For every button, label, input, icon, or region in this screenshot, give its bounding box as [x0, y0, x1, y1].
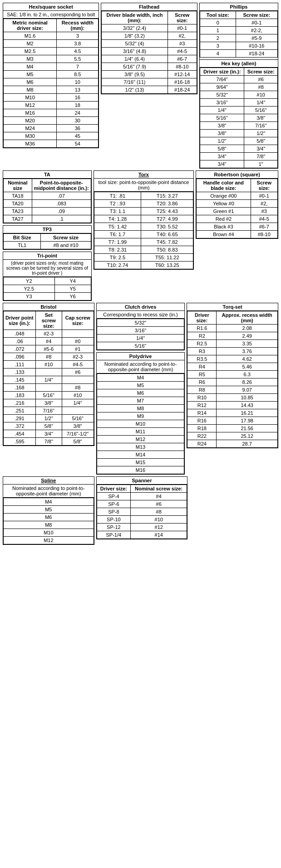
table-row: .3725/8"3/8" [4, 422, 94, 430]
table-row: T10: 2.74T60: 13.25 [94, 262, 193, 269]
table-row: .06#4#0 [4, 338, 94, 345]
table-row: R3.54.62 [187, 355, 278, 363]
tri-point-subtitle: (driver point sizes only; most mating sc… [3, 260, 91, 277]
table-row: M6 [4, 514, 94, 521]
table-row: TA27.1 [4, 215, 91, 223]
table-row: 3/32" (2.4)#0-1 [102, 24, 197, 32]
table-row: M11 [97, 428, 184, 436]
table-row: M13 [97, 443, 184, 451]
table-row: M1.63 [4, 32, 99, 40]
table-row: R2.53.35 [187, 340, 278, 348]
table-row: SP-1/4#14 [97, 531, 187, 539]
clutch-section: Clutch drives Corresponding to recess si… [96, 303, 185, 350]
table-row: T4: 1.28T27: 4.99 [94, 215, 193, 223]
table-row: Green #1#3 [197, 208, 278, 215]
row-4: Spline Nominated according to point-to-o… [2, 475, 279, 546]
table-row: M15 [97, 459, 184, 466]
hex-square-subtitle: SAE: 1/8 in. to 2 in., corresponding to … [3, 11, 99, 19]
table-row: 5/32"#10 [200, 91, 277, 99]
table-row: M7 [97, 397, 184, 405]
spanner-section: Spanner Driver size: Nominal screw size:… [96, 476, 188, 539]
polydrive-title: Polydrive [97, 353, 185, 360]
table-row: M4 [4, 498, 94, 506]
table-row: .048#2-3 [4, 330, 94, 338]
table-row: T3: 1.1T25: 4.43 [94, 208, 193, 215]
table-row: 5/16" [97, 342, 184, 350]
torx-section: Torx tool size: point-to-opposite-point … [94, 170, 194, 270]
ta-title: TA [3, 171, 91, 179]
table-row: M2030 [4, 117, 99, 125]
ta-col1-header: Nominal size [4, 179, 32, 192]
row-3: Bristol Driver point size (in.): Set scr… [2, 302, 279, 475]
table-row: M16 [97, 466, 184, 474]
table-row: M8 [97, 405, 184, 412]
hex-key-col2-header: Screw size: [244, 68, 278, 76]
table-row: 1#2-2, [200, 27, 277, 34]
table-row: Y3Y6 [4, 293, 91, 301]
table-row: 3/8"1/2" [200, 130, 277, 137]
table-row: SP-4#4 [97, 493, 187, 500]
robertson-col2-header: Screw size: [251, 179, 278, 192]
table-row: .2517/16" [4, 407, 94, 415]
polydrive-section: Polydrive Nominated according to point-t… [96, 352, 185, 475]
phillips-col1-header: Tool size: [200, 11, 236, 19]
phillips-table: Tool size: Screw size: 0#0-1 1#2-2, 2#5-… [200, 11, 278, 58]
table-row: 9/64"#8 [200, 83, 277, 91]
table-row: TA23.09 [4, 208, 91, 215]
table-row: R2225.12 [187, 432, 278, 440]
table-row: T1: .81T15: 3.27 [94, 192, 193, 200]
hex-key-table: Driver size (in.): Screw size: 7/64"#6 9… [200, 68, 278, 168]
spanner-table: Driver size: Nominal screw size: SP-4#4 … [97, 485, 187, 539]
table-row: Red #2#4-5 [197, 215, 278, 223]
ta-section: TA Nominal size Point-to-opposite-midpoi… [3, 170, 92, 223]
spline-table: M4 M5 M6 M8 M10 M12 [3, 498, 94, 544]
table-row: R2428.7 [187, 440, 278, 448]
bristol-table: Driver point size (in.): Set screw size:… [3, 311, 94, 446]
table-row: R1617.98 [187, 417, 278, 425]
flathead-section: Flathead Driver blade width, inch (mm): … [101, 3, 197, 94]
table-row: .072#5-6#1 [4, 345, 94, 353]
phillips-section: Phillips Tool size: Screw size: 0#0-1 1#… [199, 3, 278, 169]
robertson-section: Robertson (square) Handle color and blad… [196, 170, 278, 239]
table-row: Y2Y4 [4, 277, 91, 285]
table-row: M1218 [4, 102, 99, 109]
table-row: M9 [97, 412, 184, 420]
table-row: M5 [4, 506, 94, 514]
hex-key-col1-header: Driver size (in.): [200, 68, 244, 76]
table-row: .111#10#4-5 [4, 361, 94, 369]
table-row: M813 [4, 86, 99, 94]
table-row: R89.07 [187, 386, 278, 394]
table-row: T2 :.93T20: 3.86 [94, 200, 193, 208]
table-row: M14 [97, 451, 184, 459]
table-row: 1/2"5/8" [200, 137, 277, 145]
table-row: T6: 1.7T40: 6.65 [94, 231, 193, 238]
spline-section: Spline Nominated according to point-to-o… [3, 476, 94, 545]
tri-point-title: Tri-point [3, 252, 91, 260]
row-2: TA Nominal size Point-to-opposite-midpoi… [2, 170, 279, 302]
torq-set-col2-header: Approx. recess width (mm) [217, 311, 278, 325]
spline-title: Spline [3, 477, 94, 485]
table-row: M4 [97, 374, 184, 382]
table-row: 3/16"1/4" [200, 99, 277, 107]
bristol-col3-header: Cap screw size: [62, 311, 94, 330]
flathead-col2-header: Screw size: [168, 11, 197, 24]
robertson-title: Robertson (square) [196, 171, 278, 179]
table-row: 1/4"5/16" [200, 107, 277, 114]
table-row: 3/16" [97, 327, 184, 335]
table-row: R1214.43 [187, 402, 278, 409]
table-row: M1624 [4, 109, 99, 117]
table-row: 3#10-16 [200, 42, 277, 50]
table-row: M12 [97, 436, 184, 443]
table-row: M1016 [4, 94, 99, 102]
table-row: 7/64"#6 [200, 76, 277, 83]
table-row: TA20.083 [4, 200, 91, 208]
torq-set-section: Torq-set Driver size: Approx. recess wid… [187, 303, 278, 448]
left-col-2: TA Nominal size Point-to-opposite-midpoi… [2, 170, 93, 302]
table-row: 3/8" (9.5)#12-14 [102, 71, 197, 78]
torx-subtitle: tool size: point-to-opposite-point dista… [94, 179, 194, 192]
spanner-col1-header: Driver size: [97, 485, 130, 493]
table-row: SP-6#6 [97, 500, 187, 508]
table-row: R45.46 [187, 363, 278, 371]
table-row: T5: 1.42T30: 5.52 [94, 223, 193, 231]
spanner-title: Spanner [97, 477, 187, 485]
